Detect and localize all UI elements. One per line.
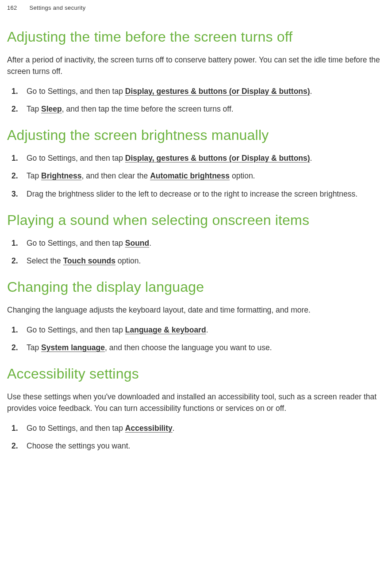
intro-accessibility: Use these settings when you've downloade…: [7, 391, 390, 414]
step-bold: Automatic brightness: [150, 171, 230, 180]
steps-screen-timeout: Go to Settings, and then tap Display, ge…: [7, 85, 390, 115]
heading-screen-timeout: Adjusting the time before the screen tur…: [7, 29, 390, 45]
step-text: .: [206, 325, 208, 334]
page-number: 162: [7, 4, 17, 11]
list-item: Drag the brightness slider to the left t…: [7, 188, 390, 200]
step-bold: Sleep: [41, 104, 62, 113]
list-item: Choose the settings you want.: [7, 440, 390, 452]
step-bold: Sound: [125, 239, 149, 247]
list-item: Tap Sleep, and then tap the time before …: [7, 103, 390, 115]
step-text: .: [173, 424, 175, 433]
heading-display-language: Changing the display language: [7, 279, 390, 295]
page-header: 162 Settings and security: [7, 4, 390, 11]
steps-accessibility: Go to Settings, and then tap Accessibili…: [7, 422, 390, 452]
step-text: Go to Settings, and then tap: [27, 87, 125, 96]
step-bold: Brightness: [41, 171, 81, 180]
steps-brightness: Go to Settings, and then tap Display, ge…: [7, 152, 390, 200]
list-item: Go to Settings, and then tap Display, ge…: [7, 85, 390, 97]
list-item: Tap Brightness, and then clear the Autom…: [7, 170, 390, 182]
step-bold: Display, gestures & buttons (or Display …: [125, 154, 310, 162]
steps-display-language: Go to Settings, and then tap Language & …: [7, 324, 390, 354]
heading-touch-sounds: Playing a sound when selecting onscreen …: [7, 212, 390, 228]
step-bold: Touch sounds: [63, 256, 115, 265]
list-item: Select the Touch sounds option.: [7, 255, 390, 267]
list-item: Go to Settings, and then tap Language & …: [7, 324, 390, 336]
step-text: .: [310, 154, 312, 162]
step-bold: System language: [41, 343, 105, 352]
step-text: Choose the settings you want.: [27, 441, 130, 450]
step-bold: Accessibility: [125, 424, 173, 433]
step-text: Drag the brightness slider to the left t…: [27, 189, 357, 198]
step-text: option.: [115, 256, 141, 265]
heading-brightness: Adjusting the screen brightness manually: [7, 127, 390, 143]
section-name: Settings and security: [30, 4, 86, 11]
step-text: Tap: [27, 171, 41, 180]
step-text: Go to Settings, and then tap: [27, 154, 125, 162]
list-item: Go to Settings, and then tap Display, ge…: [7, 152, 390, 164]
step-text: Tap: [27, 104, 41, 113]
list-item: Go to Settings, and then tap Sound.: [7, 237, 390, 249]
step-text: Tap: [27, 343, 41, 352]
step-text: Go to Settings, and then tap: [27, 424, 125, 433]
step-bold: Display, gestures & buttons (or Display …: [125, 87, 310, 96]
step-text: , and then choose the language you want …: [105, 343, 272, 352]
step-text: option.: [230, 171, 255, 180]
list-item: Go to Settings, and then tap Accessibili…: [7, 422, 390, 434]
step-text: Go to Settings, and then tap: [27, 325, 125, 334]
intro-screen-timeout: After a period of inactivity, the screen…: [7, 54, 390, 77]
heading-accessibility: Accessibility settings: [7, 366, 390, 382]
step-text: .: [149, 239, 151, 247]
step-text: Go to Settings, and then tap: [27, 239, 125, 247]
step-text: Select the: [27, 256, 63, 265]
step-text: , and then clear the: [81, 171, 150, 180]
step-text: , and then tap the time before the scree…: [62, 104, 234, 113]
step-text: .: [310, 87, 312, 96]
steps-touch-sounds: Go to Settings, and then tap Sound. Sele…: [7, 237, 390, 267]
list-item: Tap System language, and then choose the…: [7, 342, 390, 353]
intro-display-language: Changing the language adjusts the keyboa…: [7, 304, 390, 316]
step-bold: Language & keyboard: [125, 325, 206, 334]
